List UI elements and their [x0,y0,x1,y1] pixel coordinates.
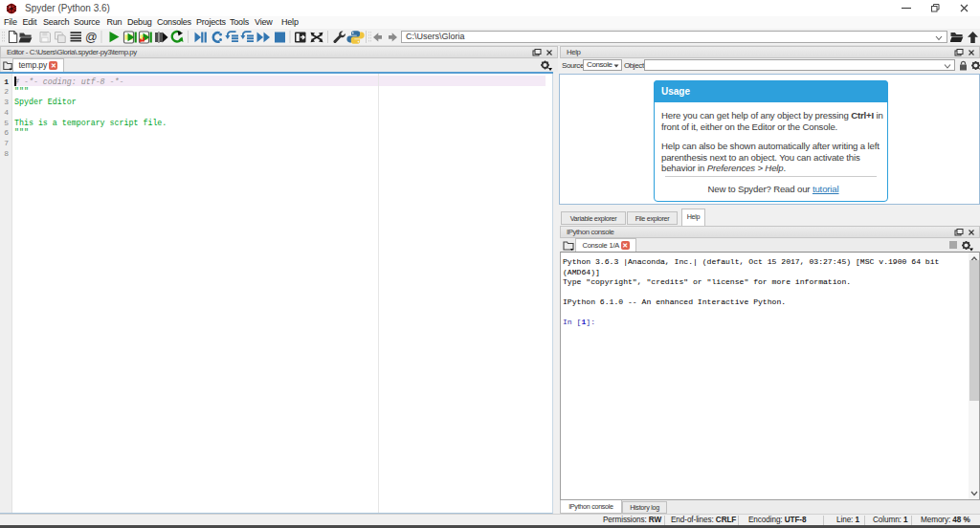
svg-text:@: @ [85,31,98,44]
